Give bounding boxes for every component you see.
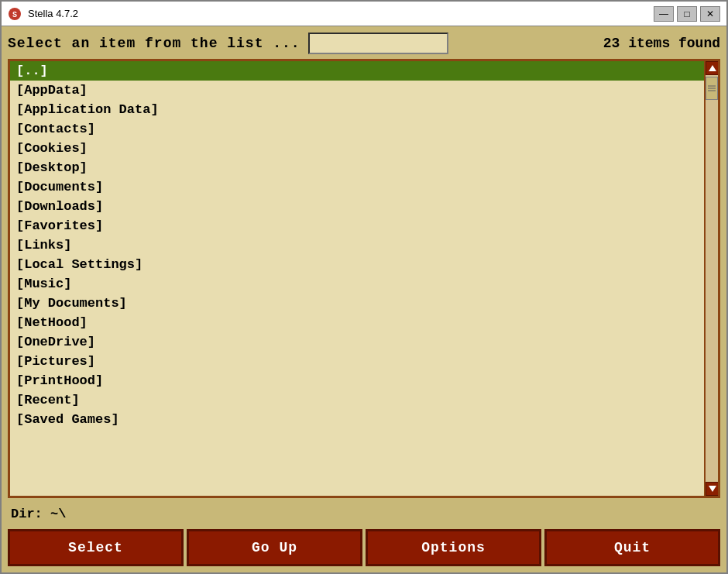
list-item[interactable]: [Documents] — [10, 177, 704, 197]
list-item[interactable]: [Saved Games] — [10, 410, 704, 429]
scroll-lines — [708, 86, 716, 91]
items-found-label: 23 items found — [603, 36, 720, 51]
minimize-button[interactable]: — — [654, 6, 674, 22]
maximize-button[interactable]: □ — [677, 6, 697, 22]
list-item[interactable]: [Cookies] — [10, 139, 704, 158]
list-item[interactable]: [PrintHood] — [10, 371, 704, 390]
list-item[interactable]: [Recent] — [10, 390, 704, 410]
scroll-line — [708, 91, 716, 91]
scrollbar — [704, 61, 718, 496]
list-item[interactable]: [Desktop] — [10, 158, 704, 177]
list-item[interactable]: [Downloads] — [10, 197, 704, 216]
title-bar-left: S Stella 4.7.2 — [8, 7, 78, 21]
list-item[interactable]: [NetHood] — [10, 313, 704, 332]
list-items: [..][AppData][Application Data][Contacts… — [10, 61, 704, 496]
list-item[interactable]: [Pictures] — [10, 352, 704, 371]
title-bar: S Stella 4.7.2 — □ ✕ — [2, 2, 726, 26]
list-item[interactable]: [..] — [10, 61, 704, 81]
list-item[interactable]: [AppData] — [10, 81, 704, 100]
arrow-down-icon — [709, 486, 716, 492]
app-icon: S — [8, 7, 22, 21]
close-button[interactable]: ✕ — [700, 6, 720, 22]
arrow-up-icon — [709, 65, 716, 71]
main-window: S Stella 4.7.2 — □ ✕ Select an item from… — [0, 0, 728, 574]
list-item[interactable]: [My Documents] — [10, 294, 704, 313]
list-item[interactable]: [Links] — [10, 235, 704, 255]
window-content: Select an item from the list ... 23 item… — [2, 26, 726, 572]
go-up-button[interactable]: Go Up — [187, 529, 362, 566]
status-text: Dir: ~\ — [11, 507, 66, 521]
list-container: [..][AppData][Application Data][Contacts… — [8, 59, 720, 498]
scroll-up-button[interactable] — [706, 61, 719, 75]
status-bar: Dir: ~\ — [8, 503, 720, 524]
options-button[interactable]: Options — [366, 529, 541, 566]
select-button[interactable]: Select — [8, 529, 184, 566]
scroll-track[interactable] — [706, 75, 718, 482]
list-item[interactable]: [OneDrive] — [10, 332, 704, 352]
search-input[interactable] — [308, 33, 448, 54]
list-item[interactable]: [Music] — [10, 274, 704, 294]
list-item[interactable]: [Application Data] — [10, 100, 704, 119]
scroll-down-button[interactable] — [706, 482, 719, 496]
scroll-thumb[interactable] — [706, 77, 718, 100]
scroll-line — [708, 86, 716, 87]
window-title: Stella 4.7.2 — [28, 8, 78, 19]
list-item[interactable]: [Contacts] — [10, 119, 704, 139]
scroll-line — [708, 88, 716, 89]
quit-button[interactable]: Quit — [544, 529, 720, 566]
list-item[interactable]: [Local Settings] — [10, 255, 704, 274]
title-buttons: — □ ✕ — [654, 6, 720, 22]
svg-text:S: S — [12, 11, 17, 19]
list-item[interactable]: [Favorites] — [10, 216, 704, 235]
header-row: Select an item from the list ... 23 item… — [8, 33, 720, 54]
header-label: Select an item from the list ... — [8, 36, 300, 51]
button-row: Select Go Up Options Quit — [8, 529, 720, 566]
